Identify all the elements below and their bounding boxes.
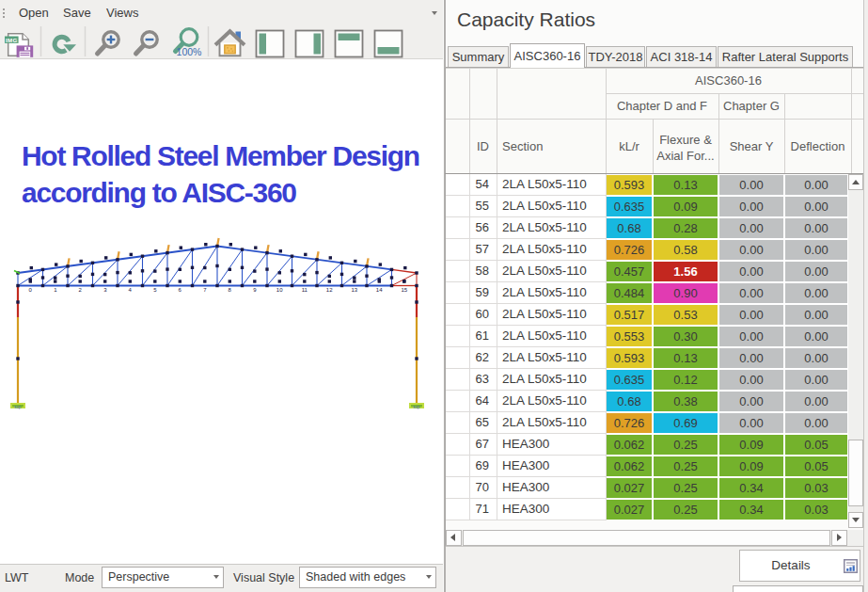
svg-text:4: 4 [129, 287, 133, 293]
svg-text:12: 12 [326, 287, 333, 293]
svg-text:7: 7 [203, 287, 207, 293]
svg-text:9: 9 [253, 287, 257, 293]
svg-text:6: 6 [179, 287, 182, 293]
svg-text:sup: sup [14, 405, 22, 409]
svg-text:0: 0 [29, 287, 33, 293]
svg-text:2: 2 [79, 287, 83, 293]
svg-text:3: 3 [103, 287, 107, 293]
svg-text:1: 1 [54, 287, 57, 293]
svg-text:13: 13 [351, 287, 357, 293]
svg-text:15: 15 [401, 287, 407, 293]
svg-text:10: 10 [276, 287, 283, 293]
svg-text:100%: 100% [177, 46, 202, 57]
svg-text:5: 5 [153, 287, 157, 293]
svg-text:sup: sup [413, 405, 420, 409]
svg-text:14: 14 [376, 287, 383, 293]
svg-text:11: 11 [302, 287, 308, 293]
svg-text:8: 8 [229, 287, 232, 293]
svg-text:IMG: IMG [6, 37, 18, 43]
